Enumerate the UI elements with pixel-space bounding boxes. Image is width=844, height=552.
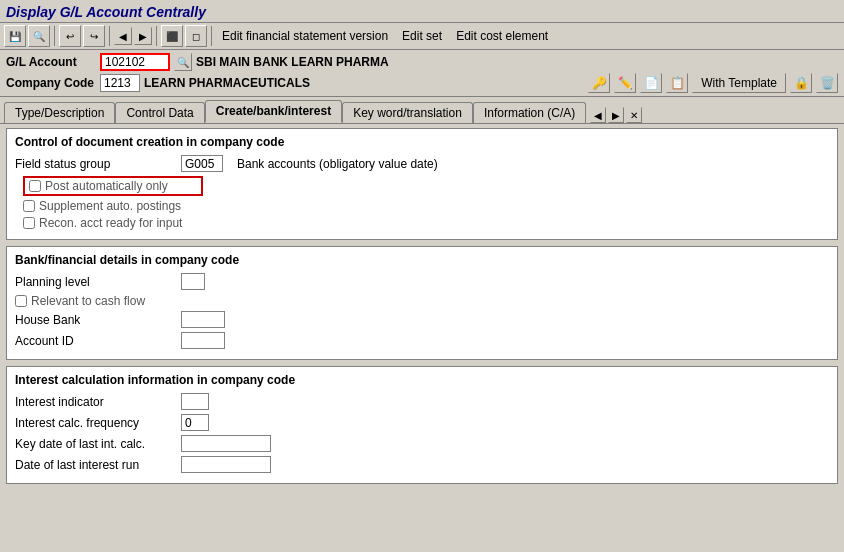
lock-icon[interactable]: 🔒 — [790, 73, 812, 93]
bank-financial-title: Bank/financial details in company code — [15, 253, 829, 267]
menu-edit-fin-stmt[interactable]: Edit financial statement version — [216, 27, 394, 45]
tab-control-data[interactable]: Control Data — [115, 102, 204, 123]
doc-icon[interactable]: 📋 — [666, 73, 688, 93]
interest-calc-title: Interest calculation information in comp… — [15, 373, 829, 387]
planning-level-row: Planning level — [15, 273, 829, 290]
tab-information[interactable]: Information (C/A) — [473, 102, 586, 123]
interest-indicator-input[interactable] — [181, 393, 209, 410]
account-id-row: Account ID — [15, 332, 829, 349]
field-status-label: Field status group — [15, 157, 175, 171]
account-id-label: Account ID — [15, 334, 175, 348]
relevant-cash-flow-label: Relevant to cash flow — [31, 294, 145, 308]
company-code-input[interactable] — [100, 74, 140, 92]
control-creation-title: Control of document creation in company … — [15, 135, 829, 149]
supplement-auto-label: Supplement auto. postings — [39, 199, 181, 213]
gl-account-description: SBI MAIN BANK LEARN PHARMA — [196, 55, 389, 69]
sep2 — [109, 26, 110, 46]
next-icon[interactable]: ▶ — [134, 27, 152, 45]
key-date-label: Key date of last int. calc. — [15, 437, 175, 451]
new-doc-icon[interactable]: 📄 — [640, 73, 662, 93]
edit-icon[interactable]: ✏️ — [614, 73, 636, 93]
house-bank-label: House Bank — [15, 313, 175, 327]
house-bank-row: House Bank — [15, 311, 829, 328]
house-bank-input[interactable] — [181, 311, 225, 328]
field-status-input[interactable] — [181, 155, 223, 172]
interest-calc-freq-input[interactable] — [181, 414, 209, 431]
menu-bar: 💾 🔍 ↩ ↪ ◀ ▶ ⬛ ◻ Edit financial statement… — [0, 23, 844, 50]
interest-indicator-row: Interest indicator — [15, 393, 829, 410]
title-bar: Display G/L Account Centrally — [0, 0, 844, 23]
company-code-label: Company Code — [6, 76, 96, 90]
key-date-input[interactable] — [181, 435, 271, 452]
gl-account-search-icon[interactable]: 🔍 — [174, 53, 192, 71]
supplement-auto-checkbox[interactable] — [23, 200, 35, 212]
date-last-interest-label: Date of last interest run — [15, 458, 175, 472]
undo-icon[interactable]: ↩ — [59, 25, 81, 47]
recon-acct-row: Recon. acct ready for input — [23, 216, 829, 230]
tab-type-description[interactable]: Type/Description — [4, 102, 115, 123]
tab-keyword-translation[interactable]: Key word/translation — [342, 102, 473, 123]
supplement-auto-row: Supplement auto. postings — [23, 199, 829, 213]
exec-icon[interactable]: ⬛ — [161, 25, 183, 47]
date-last-interest-input[interactable] — [181, 456, 271, 473]
planning-level-input[interactable] — [181, 273, 205, 290]
page-title: Display G/L Account Centrally — [6, 4, 206, 20]
date-last-interest-row: Date of last interest run — [15, 456, 829, 473]
redo-icon[interactable]: ↪ — [83, 25, 105, 47]
bank-financial-section: Bank/financial details in company code P… — [6, 246, 838, 360]
control-creation-section: Control of document creation in company … — [6, 128, 838, 240]
key-icon[interactable]: 🔑 — [588, 73, 610, 93]
menu-edit-cost[interactable]: Edit cost element — [450, 27, 554, 45]
recon-acct-checkbox[interactable] — [23, 217, 35, 229]
tab-create-bank-interest[interactable]: Create/bank/interest — [205, 100, 342, 123]
post-automatically-label: Post automatically only — [45, 179, 168, 193]
recon-acct-label: Recon. acct ready for input — [39, 216, 182, 230]
post-automatically-checkbox[interactable] — [29, 180, 41, 192]
header-fields: G/L Account 102102 🔍 SBI MAIN BANK LEARN… — [0, 50, 844, 97]
post-automatically-row: Post automatically only — [23, 176, 203, 196]
interest-calc-freq-row: Interest calc. frequency — [15, 414, 829, 431]
account-id-input[interactable] — [181, 332, 225, 349]
find-icon[interactable]: 🔍 — [28, 25, 50, 47]
sep3 — [156, 26, 157, 46]
main-content: Control of document creation in company … — [0, 124, 844, 516]
field-status-row: Field status group Bank accounts (obliga… — [15, 155, 829, 172]
interest-calc-section: Interest calculation information in comp… — [6, 366, 838, 484]
sep1 — [54, 26, 55, 46]
session-icon[interactable]: ◻ — [185, 25, 207, 47]
delete-icon[interactable]: 🗑️ — [816, 73, 838, 93]
menu-edit-set[interactable]: Edit set — [396, 27, 448, 45]
relevant-cash-flow-checkbox[interactable] — [15, 295, 27, 307]
field-status-description: Bank accounts (obligatory value date) — [237, 157, 438, 171]
interest-calc-freq-label: Interest calc. frequency — [15, 416, 175, 430]
prev-icon[interactable]: ◀ — [114, 27, 132, 45]
tab-next-icon[interactable]: ▶ — [608, 107, 624, 123]
company-code-description: LEARN PHARMACEUTICALS — [144, 76, 310, 90]
interest-indicator-label: Interest indicator — [15, 395, 175, 409]
gl-account-row: G/L Account 102102 🔍 SBI MAIN BANK LEARN… — [6, 53, 838, 71]
key-date-row: Key date of last int. calc. — [15, 435, 829, 452]
with-template-button[interactable]: With Template — [692, 73, 786, 93]
company-code-row: Company Code LEARN PHARMACEUTICALS 🔑 ✏️ … — [6, 73, 838, 93]
tab-close-icon[interactable]: ✕ — [626, 107, 642, 123]
planning-level-label: Planning level — [15, 275, 175, 289]
save-icon[interactable]: 💾 — [4, 25, 26, 47]
gl-account-input[interactable]: 102102 — [100, 53, 170, 71]
sep4 — [211, 26, 212, 46]
tab-prev-icon[interactable]: ◀ — [590, 107, 606, 123]
relevant-cash-flow-row: Relevant to cash flow — [15, 294, 829, 308]
gl-account-label: G/L Account — [6, 55, 96, 69]
